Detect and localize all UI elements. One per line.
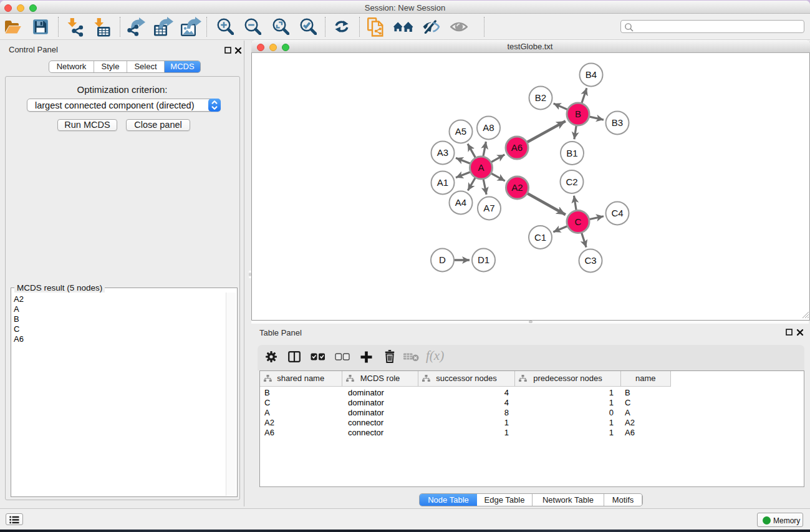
svg-text:D: D bbox=[439, 254, 446, 265]
svg-text:B1: B1 bbox=[566, 148, 577, 158]
svg-text:D1: D1 bbox=[478, 254, 489, 265]
svg-text:A: A bbox=[478, 162, 484, 173]
svg-text:B2: B2 bbox=[535, 92, 546, 103]
svg-text:B3: B3 bbox=[612, 117, 623, 128]
svg-text:C: C bbox=[575, 216, 582, 227]
svg-text:A1: A1 bbox=[437, 177, 448, 188]
svg-text:B: B bbox=[575, 109, 581, 119]
svg-text:C2: C2 bbox=[566, 177, 577, 187]
svg-text:C1: C1 bbox=[534, 232, 546, 243]
svg-text:A2: A2 bbox=[511, 182, 523, 193]
svg-text:A7: A7 bbox=[483, 203, 494, 213]
svg-text:A6: A6 bbox=[511, 142, 523, 153]
svg-text:C3: C3 bbox=[584, 255, 596, 266]
svg-text:A8: A8 bbox=[483, 122, 494, 133]
svg-text:B4: B4 bbox=[586, 69, 597, 80]
svg-text:C4: C4 bbox=[611, 208, 623, 218]
svg-text:A4: A4 bbox=[455, 197, 466, 208]
svg-text:A3: A3 bbox=[437, 147, 448, 158]
svg-text:A5: A5 bbox=[455, 126, 466, 137]
